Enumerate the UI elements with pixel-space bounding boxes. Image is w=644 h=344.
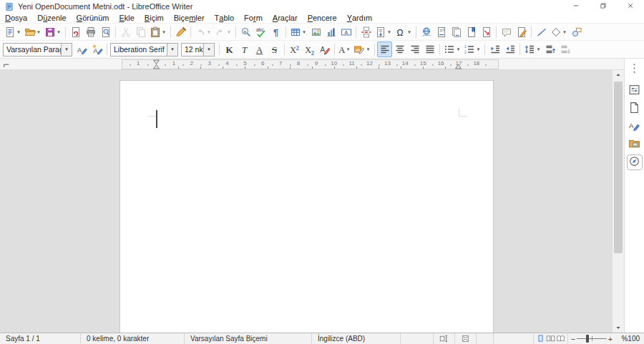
zoom-in-button[interactable]: + [607, 335, 614, 343]
update-style-button[interactable]: A [74, 41, 89, 57]
menu-tablo[interactable]: Tablo [210, 12, 240, 23]
insert-chart-button[interactable] [323, 24, 338, 40]
book-view-button[interactable] [556, 334, 565, 343]
language-status[interactable]: İngilizce (ABD) [312, 333, 401, 344]
align-right-button[interactable] [407, 41, 422, 57]
dropdown-arrow-icon[interactable]: ▾ [36, 29, 42, 35]
scroll-down-button[interactable] [613, 323, 624, 333]
numbered-list-button[interactable]: 12▾ [462, 41, 482, 57]
align-center-button[interactable] [392, 41, 407, 57]
word-count-status[interactable]: 0 kelime, 0 karakter [81, 333, 185, 344]
draw-functions-button[interactable] [569, 24, 584, 40]
insert-bookmark-button[interactable] [464, 24, 479, 40]
page-break-button[interactable] [358, 24, 374, 40]
font-color-button[interactable]: A▾ [337, 41, 352, 57]
subscript-button[interactable]: X2 [302, 41, 317, 57]
menu-dosya[interactable]: Dosya [0, 12, 32, 23]
multi-page-view-button[interactable] [546, 334, 555, 343]
insert-image-button[interactable] [308, 24, 323, 40]
horizontal-ruler[interactable]: 1123456789101112131415161718 [122, 59, 499, 69]
sidebar-settings-button[interactable] [627, 62, 643, 77]
clone-formatting-button[interactable] [173, 24, 188, 40]
dropdown-arrow-icon[interactable]: ▾ [386, 29, 392, 35]
insert-table-button[interactable]: ▾ [288, 24, 308, 40]
scrollbar-thumb[interactable] [614, 82, 623, 253]
insert-comment-button[interactable] [499, 24, 514, 40]
dropdown-arrow-icon[interactable]: ▾ [455, 46, 461, 52]
zoom-slider[interactable] [577, 335, 607, 343]
underline-button[interactable]: A [252, 41, 267, 57]
sidebar-page-tab[interactable] [627, 101, 643, 117]
dropdown-arrow-icon[interactable]: ▾ [345, 46, 351, 52]
font-name-select[interactable]: Liberation Serif▾ [110, 43, 178, 56]
insert-line-button[interactable] [534, 24, 549, 40]
track-changes-button[interactable] [514, 24, 529, 40]
menu-grnm[interactable]: Görünüm [72, 12, 114, 23]
dropdown-arrow-icon[interactable]: ▾ [475, 46, 481, 52]
scroll-up-button[interactable] [613, 70, 624, 80]
save-button[interactable]: ▾ [43, 24, 63, 40]
sidebar-navigator-tab[interactable] [627, 154, 643, 170]
dropdown-arrow-icon[interactable]: ▾ [406, 29, 412, 35]
dropdown-arrow-icon[interactable]: ▾ [365, 46, 371, 52]
minimize-button[interactable] [562, 0, 590, 12]
export-pdf-button[interactable] [68, 24, 83, 40]
paste-button[interactable]: ▾ [148, 24, 168, 40]
chevron-down-icon[interactable]: ▾ [61, 44, 72, 56]
new-document-button[interactable]: ▾ [3, 24, 23, 40]
align-left-button[interactable] [377, 41, 392, 57]
restore-button[interactable] [590, 0, 617, 12]
dropdown-arrow-icon[interactable]: ▾ [16, 29, 21, 35]
dropdown-arrow-icon[interactable]: ▾ [56, 29, 62, 35]
page-style-status[interactable]: Varsayılan Sayfa Biçemi [185, 333, 312, 344]
zoom-out-button[interactable]: − [570, 335, 577, 343]
italic-button[interactable]: T [237, 41, 252, 57]
document-page[interactable] [119, 80, 494, 333]
zoom-slider-handle[interactable] [586, 335, 589, 343]
sidebar-gallery-tab[interactable] [627, 137, 643, 152]
insert-field-button[interactable]: ▾ [374, 24, 394, 40]
page-number-status[interactable]: Sayfa 1 / 1 [0, 333, 81, 344]
decrease-indent-button[interactable] [502, 41, 517, 57]
bold-button[interactable]: K [222, 41, 237, 57]
indent-marker-left[interactable] [153, 59, 160, 69]
insert-footnote-button[interactable]: 1 [434, 24, 449, 40]
selection-mode-status[interactable] [434, 333, 455, 344]
find-replace-button[interactable]: a [238, 24, 253, 40]
clear-formatting-button[interactable]: A [317, 41, 332, 57]
dropdown-arrow-icon[interactable]: ▾ [206, 29, 212, 35]
menu-biemler[interactable]: Biçemler [169, 12, 210, 23]
document-area[interactable] [0, 70, 613, 333]
cross-reference-button[interactable] [479, 24, 494, 40]
zoom-percentage[interactable]: %100 [615, 335, 644, 343]
menu-form[interactable]: Form [239, 12, 268, 23]
dropdown-arrow-icon[interactable]: ▾ [535, 46, 541, 52]
menu-aralar[interactable]: Araçlar [268, 12, 303, 23]
print-button[interactable] [83, 24, 98, 40]
chevron-down-icon[interactable]: ▾ [167, 44, 177, 56]
menu-ekle[interactable]: Ekle [114, 12, 139, 23]
dropdown-arrow-icon[interactable]: ▾ [301, 29, 307, 35]
sidebar-styles-tab[interactable]: A [627, 119, 643, 134]
highlight-color-button[interactable]: ab▾ [352, 41, 372, 57]
insert-endnote-button[interactable] [449, 24, 464, 40]
bullet-list-button[interactable]: ▾ [442, 41, 462, 57]
chevron-down-icon[interactable]: ▾ [203, 44, 214, 56]
sidebar-properties-tab[interactable] [627, 83, 643, 99]
basic-shapes-button[interactable]: ▾ [549, 24, 569, 40]
strikethrough-button[interactable]: S [267, 41, 282, 57]
menu-pencere[interactable]: Pencere [303, 12, 342, 23]
single-page-view-button[interactable] [536, 334, 545, 343]
dropdown-arrow-icon[interactable]: ▾ [226, 29, 232, 35]
print-preview-button[interactable] [98, 24, 113, 40]
menu-yardm[interactable]: Yardım [342, 12, 377, 23]
hyperlink-button[interactable] [419, 24, 434, 40]
indent-marker-right[interactable] [455, 59, 462, 69]
font-size-select[interactable]: 12 nk▾ [181, 43, 215, 56]
spelling-button[interactable]: abc [253, 24, 268, 40]
menu-biim[interactable]: Biçim [140, 12, 169, 23]
tab-stop-selector[interactable] [2, 60, 11, 69]
formatting-marks-button[interactable]: ¶ [268, 24, 283, 40]
new-style-button[interactable]: A [89, 41, 104, 57]
menu-dzenle[interactable]: Düzenle [32, 12, 71, 23]
